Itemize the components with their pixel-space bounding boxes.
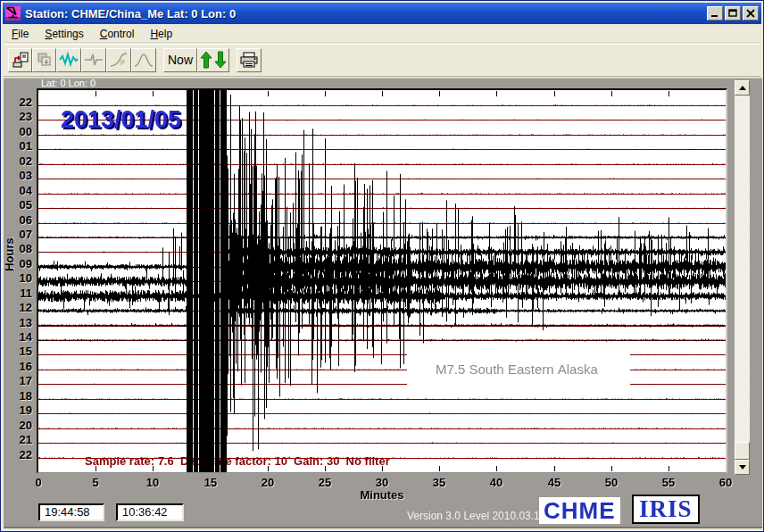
- hour-label-19: 17: [7, 375, 32, 387]
- scroll-up-button[interactable]: [735, 80, 750, 96]
- minute-tick-label-40: 40: [483, 476, 510, 489]
- minutes-axis-label: Minutes: [315, 488, 449, 502]
- now-button[interactable]: Now: [163, 48, 197, 72]
- system-time-field: 19:44:58: [38, 503, 104, 521]
- minute-tick-label-15: 15: [197, 476, 224, 489]
- hour-label-16: 14: [7, 331, 32, 344]
- hour-label-0: 22: [7, 96, 32, 109]
- waveform-button[interactable]: [56, 48, 81, 72]
- hour-label-6: 04: [7, 185, 32, 197]
- hour-label-11: 09: [7, 258, 32, 270]
- minute-tick-label-10: 10: [139, 476, 166, 489]
- window-title: Station: CHME/China_Me Lat: 0 Lon: 0: [25, 7, 707, 21]
- svg-text:p: p: [120, 57, 125, 65]
- scroll-down-button[interactable]: [735, 460, 750, 475]
- hour-label-2: 00: [7, 126, 32, 138]
- hour-label-1: 23: [7, 111, 32, 123]
- menu-file[interactable]: File: [4, 26, 37, 42]
- minute-tick-label-0: 0: [25, 476, 52, 489]
- iris-logo: IRIS: [632, 495, 700, 524]
- minute-tick-label-30: 30: [369, 476, 395, 489]
- minute-tick-label-45: 45: [541, 476, 568, 489]
- deglitch-icon: [84, 51, 104, 69]
- hour-label-14: 12: [7, 302, 32, 314]
- copy-data-button[interactable]: [32, 48, 56, 72]
- copy-data-icon: [36, 51, 54, 69]
- minute-tick-label-25: 25: [311, 476, 338, 489]
- up-arrow-icon: [739, 86, 746, 90]
- hour-label-18: 16: [7, 361, 32, 373]
- hour-label-9: 07: [7, 229, 32, 241]
- minimize-icon: [710, 9, 719, 18]
- close-icon: [746, 9, 755, 18]
- print-icon: [239, 51, 259, 69]
- maximize-icon: [728, 9, 737, 18]
- print-button[interactable]: [237, 48, 262, 72]
- p-pick-button[interactable]: p: [106, 48, 131, 72]
- version-label: Version 3.0 Level 2010.03.16: [407, 510, 545, 522]
- latlon-label: Lat: 0 Lon: 0: [41, 78, 96, 88]
- extract-data-button[interactable]: [8, 48, 32, 72]
- title-bar: Station: CHME/China_Me Lat: 0 Lon: 0: [3, 3, 761, 24]
- hour-label-21: 19: [7, 404, 32, 417]
- hour-label-23: 21: [7, 434, 32, 446]
- gaussian-filter-button[interactable]: [131, 48, 156, 72]
- close-button[interactable]: [743, 6, 759, 21]
- minute-tick-label-55: 55: [655, 476, 682, 489]
- hour-label-22: 20: [7, 420, 32, 432]
- hour-label-7: 05: [7, 199, 32, 212]
- helicorder-plot[interactable]: [37, 88, 727, 473]
- app-icon: [5, 6, 21, 21]
- minute-tick-label-20: 20: [254, 476, 281, 489]
- hour-label-20: 18: [7, 390, 32, 403]
- toolbar: p Now: [4, 44, 760, 77]
- scrollbar-thumb[interactable]: [735, 442, 750, 460]
- deglitch-button[interactable]: [81, 48, 106, 72]
- scroll-hours-button[interactable]: [197, 48, 229, 72]
- data-time-field: 10:36:42: [116, 503, 184, 521]
- minute-tick-label-5: 5: [82, 476, 109, 489]
- hour-label-24: 22: [7, 449, 32, 461]
- vertical-scrollbar[interactable]: [735, 80, 750, 475]
- extract-data-icon: [12, 51, 29, 69]
- hours-axis: 2223000102030405060708091011121314151617…: [7, 88, 32, 473]
- scroll-up-down-icons: [200, 50, 227, 70]
- station-logo: CHME: [539, 497, 620, 524]
- hour-label-15: 13: [7, 317, 32, 329]
- menu-bar: File Settings Control Help: [4, 26, 760, 43]
- maximize-button[interactable]: [725, 6, 741, 21]
- minute-tick-label-50: 50: [598, 476, 625, 489]
- app-window: Station: CHME/China_Me Lat: 0 Lon: 0 Fil…: [0, 0, 764, 532]
- menu-help[interactable]: Help: [142, 26, 180, 42]
- hour-label-13: 11: [7, 287, 32, 300]
- menu-settings[interactable]: Settings: [37, 26, 91, 42]
- p-pick-icon: p: [109, 51, 129, 69]
- hour-label-17: 15: [7, 345, 32, 358]
- hour-label-12: 10: [7, 272, 32, 285]
- minute-tick-label-60: 60: [712, 476, 739, 489]
- hour-label-8: 06: [7, 214, 32, 227]
- gaussian-filter-icon: [134, 51, 154, 69]
- helicorder-panel: Lat: 0 Lon: 0 Hours 22230001020304050607…: [4, 78, 762, 528]
- hour-label-10: 08: [7, 243, 32, 255]
- waveform-icon: [59, 51, 79, 69]
- hour-label-3: 01: [7, 140, 32, 153]
- helicorder-canvas[interactable]: [38, 90, 726, 472]
- minute-tick-label-35: 35: [426, 476, 453, 489]
- minimize-button[interactable]: [707, 6, 723, 21]
- hour-label-5: 03: [7, 170, 32, 182]
- hour-label-4: 02: [7, 155, 32, 168]
- down-arrow-icon: [739, 465, 746, 470]
- menu-control[interactable]: Control: [92, 26, 143, 42]
